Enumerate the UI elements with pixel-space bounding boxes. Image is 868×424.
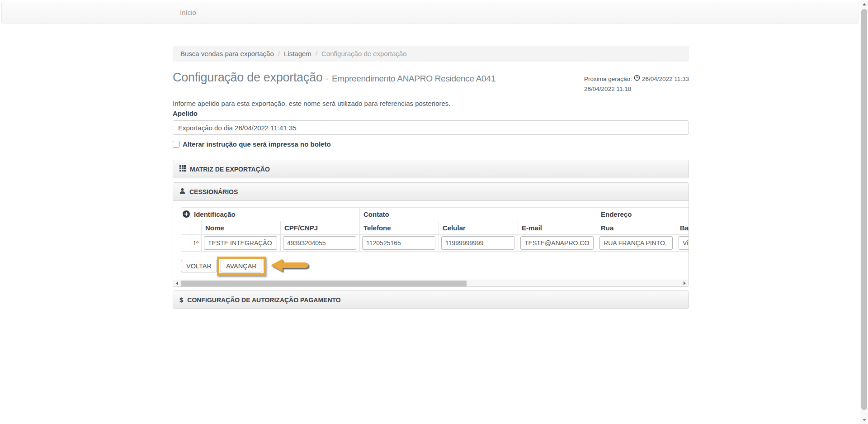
breadcrumb-item-2: Configuração de exportação xyxy=(321,50,406,57)
boleto-instruction-checkbox[interactable] xyxy=(173,141,179,148)
right-arrow-icon xyxy=(684,281,688,285)
table-row: 1º xyxy=(181,235,689,252)
row-icon-cell xyxy=(181,235,190,252)
export-description: Informe apelido para esta exportação, es… xyxy=(173,100,689,107)
next-generation-label: Próxima geração: xyxy=(584,74,632,84)
cell-input-1[interactable] xyxy=(283,236,356,250)
breadcrumb: Busca vendas para exportação/Listagem/Co… xyxy=(173,46,689,62)
page-title-text: Configuração de exportação xyxy=(173,71,322,84)
annotation-arrow-icon xyxy=(269,257,311,276)
add-row-button[interactable] xyxy=(181,208,190,221)
grid-icon xyxy=(179,165,186,173)
table-cell xyxy=(597,235,676,252)
dollar-icon: $ xyxy=(179,296,183,304)
next-generation-value: 26/04/2022 11:33 xyxy=(642,74,689,84)
breadcrumb-separator: / xyxy=(278,50,280,57)
column-group-2: Endereço xyxy=(597,208,689,221)
table-cell xyxy=(202,235,281,252)
column-header-5: Rua xyxy=(597,221,676,235)
top-navbar: Início xyxy=(1,2,859,24)
plus-circle-icon xyxy=(183,210,190,218)
boleto-instruction-label: Alterar instrução que será impressa no b… xyxy=(183,140,331,148)
vertical-scrollbar[interactable] xyxy=(860,0,868,424)
nav-home-link[interactable]: Início xyxy=(173,2,203,23)
panel-cessionarios: CESSIONÁRIOS IdentificaçãoContatoEndereç… xyxy=(173,182,689,287)
horizontal-scrollbar-thumb[interactable] xyxy=(181,281,467,286)
nickname-input[interactable] xyxy=(173,120,689,135)
table-column-header-row: NomeCPF/CNPJTelefoneCelularE-mailRuaBair… xyxy=(181,221,689,235)
row-index: 1º xyxy=(190,235,202,252)
table-cell xyxy=(281,235,360,252)
page-title-separator: - xyxy=(326,74,329,83)
last-generation-value: 26/04/2022 11:18 xyxy=(584,84,689,94)
column-header-6: Bairro xyxy=(676,221,689,235)
horizontal-scrollbar-track[interactable] xyxy=(180,280,681,287)
empty-index-header-cell xyxy=(190,221,202,235)
page-title: Configuração de exportação - Empreendime… xyxy=(173,71,495,85)
column-header-1: CPF/CNPJ xyxy=(281,221,360,235)
page-header: Configuração de exportação - Empreendime… xyxy=(173,71,689,94)
empty-header-cell xyxy=(181,221,190,235)
actions-row: VOLTAR AVANÇAR xyxy=(181,258,689,274)
avancar-button[interactable]: AVANÇAR xyxy=(221,260,262,272)
vertical-scrollbar-thumb[interactable] xyxy=(861,9,867,410)
column-header-0: Nome xyxy=(202,221,281,235)
scroll-up-button[interactable] xyxy=(860,0,868,8)
table-cell xyxy=(439,235,518,252)
user-icon xyxy=(179,188,185,195)
clock-icon xyxy=(634,74,640,84)
panel-cessionarios-body: IdentificaçãoContatoEndereçoNomeCPF/CNPJ… xyxy=(173,201,689,286)
column-group-1: Contato xyxy=(360,208,597,221)
cell-input-5[interactable] xyxy=(599,236,673,250)
nickname-label: Apelido xyxy=(173,110,689,117)
panel-matriz-exportacao: MATRIZ DE EXPORTAÇÃO xyxy=(173,160,689,178)
breadcrumb-item-1[interactable]: Listagem xyxy=(284,50,311,57)
panel-cessionarios-title: CESSIONÁRIOS xyxy=(189,188,238,195)
table-scroll-area: IdentificaçãoContatoEndereçoNomeCPF/CNPJ… xyxy=(181,207,689,252)
generation-dates: Próxima geração: 26/04/2022 11:33 26/04/… xyxy=(584,74,689,94)
panel-autorizacao-pagamento: $ CONFIGURAÇÃO DE AUTORIZAÇÃO PAGAMENTO xyxy=(173,291,689,309)
panel-matriz-heading[interactable]: MATRIZ DE EXPORTAÇÃO xyxy=(173,160,689,178)
panel-cessionarios-heading[interactable]: CESSIONÁRIOS xyxy=(173,183,689,201)
cell-input-2[interactable] xyxy=(362,236,435,250)
cessionarios-table: IdentificaçãoContatoEndereçoNomeCPF/CNPJ… xyxy=(181,207,689,252)
scroll-right-button[interactable] xyxy=(681,280,689,287)
breadcrumb-item-0[interactable]: Busca vendas para exportação xyxy=(180,50,274,57)
table-cell xyxy=(518,235,597,252)
breadcrumb-separator: / xyxy=(316,50,317,57)
scroll-left-button[interactable] xyxy=(173,280,180,287)
panel-pagamento-title: CONFIGURAÇÃO DE AUTORIZAÇÃO PAGAMENTO xyxy=(187,296,340,304)
table-cell xyxy=(360,235,439,252)
column-header-3: Celular xyxy=(439,221,518,235)
down-arrow-icon xyxy=(863,419,866,423)
table-cell xyxy=(676,235,689,252)
panel-pagamento-heading[interactable]: $ CONFIGURAÇÃO DE AUTORIZAÇÃO PAGAMENTO xyxy=(173,291,689,309)
cell-input-0[interactable] xyxy=(204,236,277,250)
column-header-2: Telefone xyxy=(360,221,439,235)
cell-input-3[interactable] xyxy=(441,236,514,250)
up-arrow-icon xyxy=(863,1,866,5)
table-group-header-row: IdentificaçãoContatoEndereço xyxy=(181,208,689,221)
left-arrow-icon xyxy=(174,281,178,285)
cell-input-4[interactable] xyxy=(520,236,594,250)
column-group-0: Identificação xyxy=(190,208,360,221)
page-subtitle: Empreendimento ANAPRO Residence A041 xyxy=(332,74,495,83)
cell-input-6[interactable] xyxy=(679,236,689,250)
column-header-4: E-mail xyxy=(518,221,597,235)
voltar-button[interactable]: VOLTAR xyxy=(181,260,217,272)
horizontal-scrollbar[interactable] xyxy=(173,280,689,286)
panel-matriz-title: MATRIZ DE EXPORTAÇÃO xyxy=(190,166,270,173)
scroll-down-button[interactable] xyxy=(860,416,868,424)
